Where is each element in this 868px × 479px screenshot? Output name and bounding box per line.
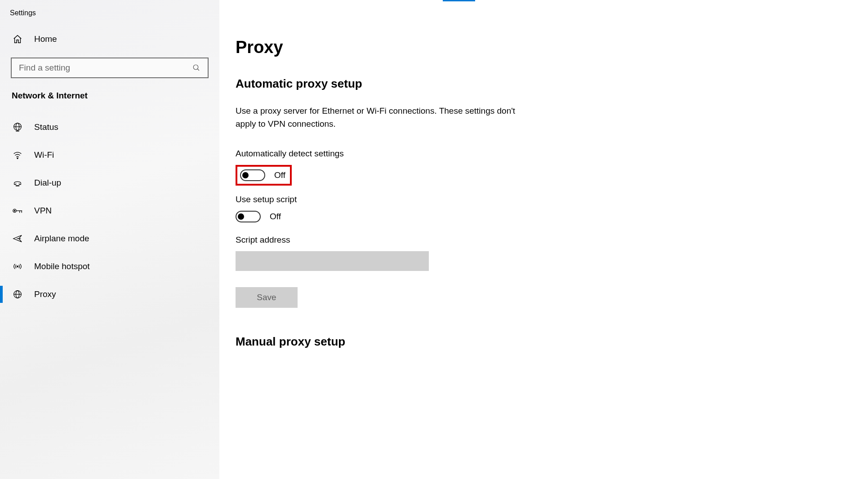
script-address-input [236, 251, 429, 271]
home-label: Home [34, 34, 57, 44]
airplane-icon [12, 234, 23, 244]
sidebar-item-label: Proxy [34, 289, 56, 299]
sidebar-item-vpn[interactable]: VPN [0, 197, 219, 225]
sidebar-item-dialup[interactable]: Dial-up [0, 169, 219, 197]
script-address-label: Script address [236, 235, 850, 245]
setup-script-state: Off [270, 212, 281, 222]
sidebar-category: Network & Internet [0, 91, 219, 113]
svg-point-8 [17, 186, 18, 186]
section-auto-description: Use a proxy server for Ethernet or Wi-Fi… [236, 104, 523, 131]
sidebar-item-label: VPN [34, 206, 52, 216]
sidebar-item-label: Mobile hotspot [34, 262, 90, 271]
main-content: Proxy Automatic proxy setup Use a proxy … [219, 0, 868, 479]
sidebar-item-hotspot[interactable]: Mobile hotspot [0, 253, 219, 280]
svg-line-1 [197, 69, 199, 71]
sidebar-item-proxy[interactable]: Proxy [0, 280, 219, 308]
dialup-icon [12, 178, 23, 188]
sidebar: Settings Home Find a setting Network & I… [0, 0, 219, 479]
sidebar-item-label: Status [34, 122, 58, 132]
search-icon [192, 64, 200, 72]
vpn-icon [12, 206, 23, 216]
auto-detect-highlight: Off [236, 165, 292, 186]
svg-point-0 [193, 65, 198, 70]
section-manual-heading: Manual proxy setup [236, 335, 850, 349]
hotspot-icon [12, 262, 23, 271]
svg-point-6 [17, 158, 18, 159]
app-title: Settings [0, 6, 219, 28]
wifi-icon [12, 150, 23, 160]
sidebar-item-airplane[interactable]: Airplane mode [0, 225, 219, 253]
setup-script-toggle[interactable] [236, 211, 261, 222]
svg-point-11 [14, 210, 15, 211]
search-input[interactable]: Find a setting [11, 58, 209, 78]
proxy-icon [12, 289, 23, 299]
top-accent-bar [443, 0, 475, 1]
svg-point-7 [16, 186, 17, 186]
sidebar-item-home[interactable]: Home [0, 28, 219, 50]
auto-detect-state: Off [274, 170, 285, 180]
svg-point-13 [17, 266, 18, 267]
auto-detect-label: Automatically detect settings [236, 149, 850, 159]
sidebar-item-label: Wi-Fi [34, 150, 54, 160]
sidebar-item-wifi[interactable]: Wi-Fi [0, 141, 219, 169]
home-icon [12, 34, 23, 44]
search-placeholder: Find a setting [19, 63, 70, 73]
sidebar-item-label: Dial-up [34, 178, 61, 188]
sidebar-item-label: Airplane mode [34, 234, 89, 244]
svg-point-9 [18, 186, 19, 186]
section-auto-heading: Automatic proxy setup [236, 77, 850, 91]
auto-detect-toggle[interactable] [240, 169, 265, 181]
save-button: Save [236, 287, 298, 308]
globe-icon [12, 122, 23, 132]
sidebar-item-status[interactable]: Status [0, 113, 219, 141]
setup-script-label: Use setup script [236, 195, 850, 204]
page-title: Proxy [236, 38, 850, 57]
